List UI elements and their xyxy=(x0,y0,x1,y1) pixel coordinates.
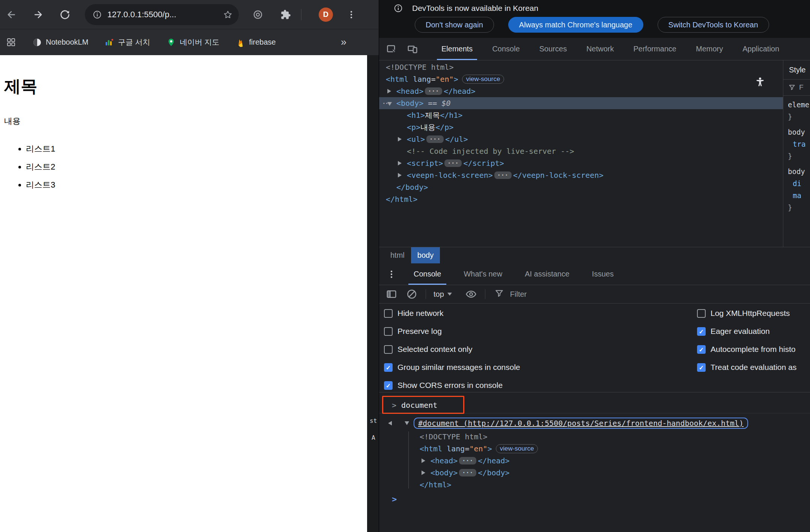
filter-funnel-icon[interactable] xyxy=(494,289,506,300)
tab-console[interactable]: Console xyxy=(482,38,529,60)
tab-styles[interactable]: Style xyxy=(783,60,810,74)
accessibility-person-icon[interactable] xyxy=(754,76,766,87)
live-expression-eye-icon[interactable] xyxy=(465,289,477,300)
view-source-badge[interactable]: view-source xyxy=(462,75,504,84)
code-token: == $0 xyxy=(423,99,450,108)
expand-arrow-icon[interactable] xyxy=(387,89,391,93)
checkbox[interactable] xyxy=(384,381,393,390)
drawer-tab-console[interactable]: Console xyxy=(402,263,452,285)
console-setting-autocomplete-from-histo[interactable]: Autocomplete from histo xyxy=(697,340,796,358)
console-setting-log-xmlhttprequests[interactable]: Log XMLHttpRequests xyxy=(697,304,796,322)
dom-row[interactable]: <!DOCTYPE html> xyxy=(379,431,810,443)
bookmark-notebooklm[interactable]: NotebookLM xyxy=(33,38,88,47)
device-toolbar-icon[interactable] xyxy=(407,44,418,55)
console-filter-input[interactable]: Filter xyxy=(510,290,527,299)
tab-sources[interactable]: Sources xyxy=(530,38,577,60)
expand-arrow-icon[interactable] xyxy=(422,470,425,475)
tab-memory[interactable]: Memory xyxy=(686,38,733,60)
expand-arrow-icon[interactable] xyxy=(422,458,425,463)
checkbox[interactable] xyxy=(697,345,706,354)
checkbox[interactable] xyxy=(697,327,706,336)
console-setting-group-similar-messages-in-console[interactable]: Group similar messages in console xyxy=(384,358,520,376)
google-search-icon xyxy=(105,38,114,47)
bookmark-star-icon[interactable] xyxy=(223,10,233,20)
url-bar[interactable]: 127.0.0.1:5500/p... xyxy=(85,4,239,25)
dom-row[interactable]: <!-- Code injected by live-server --> xyxy=(379,145,783,157)
drawer-tab-ai-assistance[interactable]: AI assistance xyxy=(513,263,581,285)
bookmark-label: NotebookLM xyxy=(46,38,88,47)
console-sidebar-toggle-icon[interactable] xyxy=(386,289,397,300)
console-setting-preserve-log[interactable]: Preserve log xyxy=(384,322,520,340)
dom-row[interactable]: <head></head> xyxy=(379,455,810,467)
dom-row[interactable]: <p>내용</p> xyxy=(379,121,783,133)
extensions-puzzle-icon[interactable] xyxy=(279,8,292,21)
infobar-button-switch-devtools-to-korean[interactable]: Switch DevTools to Korean xyxy=(658,17,769,33)
checkbox-label: Preserve log xyxy=(397,327,442,336)
collapse-arrow-icon[interactable] xyxy=(405,421,409,425)
dom-row[interactable]: </body> xyxy=(379,181,783,193)
dom-row[interactable]: <!DOCTYPE html> xyxy=(379,61,783,73)
profile-avatar[interactable]: D xyxy=(319,8,333,22)
expand-arrow-icon[interactable] xyxy=(398,161,402,165)
tab-application[interactable]: Application xyxy=(733,38,789,60)
styles-filter-row[interactable]: F xyxy=(783,79,810,96)
dom-row[interactable]: <html lang="en">view-source xyxy=(379,443,810,455)
checkbox[interactable] xyxy=(384,327,393,336)
dom-row[interactable]: </html> xyxy=(379,479,810,491)
clear-console-icon[interactable] xyxy=(406,289,417,300)
bookmark-naver-map[interactable]: 네이버 지도 xyxy=(167,37,220,47)
console-setting-treat-code-evaluation-as[interactable]: Treat code evaluation as xyxy=(697,358,796,376)
dom-row[interactable]: <body></body> xyxy=(379,467,810,479)
dom-row[interactable]: </html> xyxy=(379,193,783,205)
expand-arrow-icon[interactable] xyxy=(398,137,402,141)
apps-grid-icon[interactable] xyxy=(6,37,16,47)
console-result-row[interactable]: #document (http://127.0.0.1:5500/posts/S… xyxy=(379,416,810,430)
drawer-tab-issues[interactable]: Issues xyxy=(581,263,625,285)
tab-network[interactable]: Network xyxy=(577,38,623,60)
checkbox[interactable] xyxy=(384,309,393,318)
view-source-badge[interactable]: view-source xyxy=(496,444,538,453)
browser-menu-kebab-icon[interactable] xyxy=(345,8,358,21)
console-setting-eager-evaluation[interactable]: Eager evaluation xyxy=(697,322,796,340)
drawer-menu-kebab-icon[interactable] xyxy=(387,269,396,279)
checkbox[interactable] xyxy=(697,363,706,372)
bookmark-google-search[interactable]: 구글 서치 xyxy=(105,37,150,47)
back-icon[interactable] xyxy=(5,8,18,21)
breadcrumb-html[interactable]: html xyxy=(384,247,411,263)
bookmark-firebase[interactable]: firebase xyxy=(236,38,276,47)
page-heading: 제목 xyxy=(4,75,360,98)
infobar-buttons: Don't show againAlways match Chrome's la… xyxy=(415,17,769,33)
checkbox[interactable] xyxy=(697,309,706,318)
dom-row[interactable]: <script></script> xyxy=(379,157,783,169)
breadcrumb-body[interactable]: body xyxy=(411,247,440,263)
console-command-row[interactable]: > document xyxy=(379,397,810,413)
forward-icon[interactable] xyxy=(32,8,45,21)
checkbox-label: Autocomplete from histo xyxy=(711,345,795,354)
collapse-arrow-icon[interactable] xyxy=(387,102,392,106)
dom-row[interactable]: <body> == $0 xyxy=(379,97,783,109)
site-info-icon[interactable] xyxy=(92,10,102,20)
tab-elements[interactable]: Elements xyxy=(432,38,482,60)
expand-arrow-icon[interactable] xyxy=(398,173,402,177)
dom-row[interactable]: <h1>제목</h1> xyxy=(379,109,783,121)
inspect-element-icon[interactable] xyxy=(386,44,397,55)
console-setting-selected-context-only[interactable]: Selected context only xyxy=(384,340,520,358)
infobar-button-don-t-show-again[interactable]: Don't show again xyxy=(415,17,494,33)
reload-icon[interactable] xyxy=(59,8,71,21)
context-selector[interactable]: top xyxy=(434,290,452,299)
dom-row[interactable]: <head></head> xyxy=(379,85,783,97)
checkbox[interactable] xyxy=(384,363,393,372)
tab-performance[interactable]: Performance xyxy=(624,38,687,60)
console-prompt-chevron[interactable]: > xyxy=(392,494,397,504)
dom-row[interactable]: <html lang="en">view-source xyxy=(379,73,783,85)
checkbox[interactable] xyxy=(384,345,393,354)
infobar-button-always-match-chrome-s-language[interactable]: Always match Chrome's language xyxy=(508,17,643,33)
extension-target-icon[interactable] xyxy=(251,8,264,21)
drawer-tab-what-s-new[interactable]: What's new xyxy=(452,263,513,285)
console-setting-hide-network[interactable]: Hide network xyxy=(384,304,520,322)
console-eval-result[interactable]: #document (http://127.0.0.1:5500/posts/S… xyxy=(414,418,748,429)
dom-row[interactable]: <ul></ul> xyxy=(379,133,783,145)
console-setting-show-cors-errors-in-console[interactable]: Show CORS errors in console xyxy=(384,376,520,394)
dom-row[interactable]: <veepn-lock-screen></veepn-lock-screen> xyxy=(379,169,783,181)
bookmarks-overflow-chevron[interactable]: » xyxy=(341,36,346,48)
